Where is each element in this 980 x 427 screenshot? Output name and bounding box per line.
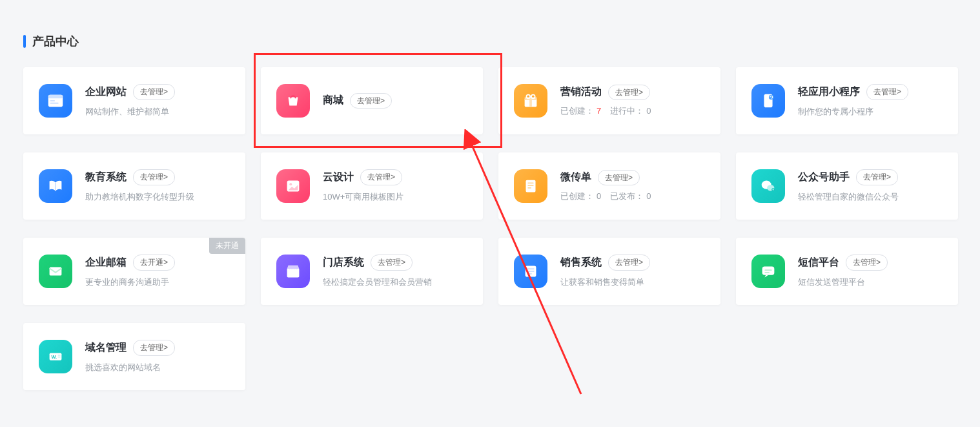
card-cloud-design[interactable]: 云设计 去管理> 10W+可商用模板图片 [261,152,483,220]
svg-rect-3 [50,103,59,104]
svg-rect-23 [527,268,534,269]
card-title: 教育系统 [85,171,127,184]
svg-point-10 [769,95,774,100]
svg-rect-25 [527,273,532,275]
section-header: 产品中心 [0,0,980,67]
manage-button[interactable]: 去管理> [866,84,908,100]
svg-rect-17 [527,187,531,189]
card-desc: 更专业的商务沟通助手 [85,276,230,289]
card-title: 门店系统 [323,256,364,269]
manage-button[interactable]: 去管理> [608,85,650,101]
shopping-bag-icon [276,84,310,118]
svg-rect-24 [527,271,534,272]
manage-button[interactable]: 去管理> [133,169,175,185]
card-sales-system[interactable]: 销售系统 去管理> 让获客和销售变得简单 [498,238,720,305]
manage-button[interactable]: 去管理> [598,170,640,186]
svg-point-13 [289,183,292,185]
manage-button[interactable]: 去管理> [133,84,175,100]
svg-rect-15 [527,182,533,183]
activate-button[interactable]: 去开通> [133,255,175,271]
miniprogram-icon [751,84,785,118]
domain-icon: W. [39,340,72,373]
card-desc: 挑选喜欢的网站域名 [85,361,230,374]
card-desc: 制作您的专属小程序 [798,105,943,118]
card-desc: 网站制作、维护都简单 [85,105,230,118]
card-domain[interactable]: W. 域名管理 去管理> 挑选喜欢的网站域名 [23,323,245,390]
card-desc: 轻松管理自家的微信公众号 [798,191,943,203]
svg-point-8 [531,95,535,99]
manage-button[interactable]: 去管理> [350,93,392,109]
card-desc: 让获客和销售变得简单 [560,276,705,289]
card-title: 公众号助手 [798,171,850,184]
card-title: 营销活动 [560,85,602,99]
card-stats: 已创建：7 进行中：0 [560,105,705,117]
card-desc: 助力教培机构数字化转型升级 [85,191,230,203]
svg-text:W.: W. [51,354,57,360]
card-shop[interactable]: 商城 去管理> [261,67,483,134]
card-title: 企业网站 [85,85,127,99]
card-title: 云设计 [323,171,354,184]
card-title: 短信平台 [798,256,839,269]
svg-rect-1 [48,95,63,99]
product-grid: 企业网站 去管理> 网站制作、维护都简单 商城 去管理> [0,67,980,390]
card-desc: 轻松搞定会员管理和会员营销 [323,276,467,289]
svg-rect-2 [50,100,56,101]
card-desc: 短信发送管理平台 [798,276,943,289]
svg-rect-28 [764,272,770,273]
inactive-badge: 未开通 [209,238,245,254]
manage-button[interactable]: 去管理> [846,255,888,271]
card-miniprogram[interactable]: 轻应用小程序 去管理> 制作您的专属小程序 [736,67,958,134]
wechat-icon [751,169,785,203]
card-title: 微传单 [560,171,591,184]
card-title: 轻应用小程序 [798,85,860,99]
svg-rect-32 [58,357,61,357]
card-title: 销售系统 [560,256,602,269]
card-enterprise-mail[interactable]: 未开通 企业邮箱 去开通> 更专业的商务沟通助手 [23,238,245,305]
card-education[interactable]: 教育系统 去管理> 助力教培机构数字化转型升级 [23,152,245,220]
book-icon [39,169,72,203]
manage-button[interactable]: 去管理> [371,255,413,271]
card-wechat-helper[interactable]: 公众号助手 去管理> 轻松管理自家的微信公众号 [736,152,958,220]
store-icon [276,255,310,288]
svg-rect-16 [527,185,533,186]
card-title: 域名管理 [85,341,127,355]
card-marketing[interactable]: 营销活动 去管理> 已创建：7 进行中：0 [498,67,720,134]
image-icon [276,169,310,203]
sms-icon [751,255,785,288]
list-icon [514,255,547,288]
card-enterprise-website[interactable]: 企业网站 去管理> 网站制作、维护都简单 [23,67,245,134]
manage-button[interactable]: 去管理> [608,255,650,271]
card-title: 企业邮箱 [85,256,127,269]
svg-rect-31 [58,355,61,355]
website-icon [39,84,72,118]
manage-button[interactable]: 去管理> [133,340,175,356]
svg-rect-21 [50,267,62,275]
manage-button[interactable]: 去管理> [360,169,402,185]
section-title: 产品中心 [32,34,79,49]
mail-icon [39,255,72,288]
card-sms-platform[interactable]: 短信平台 去管理> 短信发送管理平台 [736,238,958,305]
svg-rect-6 [529,97,532,107]
svg-point-7 [526,95,530,99]
header-bar-icon [23,35,26,48]
card-stats: 已创建：0 已发布：0 [560,191,705,202]
card-title: 商城 [323,94,343,107]
card-desc: 10W+可商用模板图片 [323,191,467,203]
flyer-icon [514,169,547,203]
gift-icon [514,84,547,118]
card-store-system[interactable]: 门店系统 去管理> 轻松搞定会员管理和会员营销 [261,238,483,305]
svg-rect-27 [764,269,771,271]
manage-button[interactable]: 去管理> [856,169,898,185]
card-flyer[interactable]: 微传单 去管理> 已创建：0 已发布：0 [498,152,720,220]
